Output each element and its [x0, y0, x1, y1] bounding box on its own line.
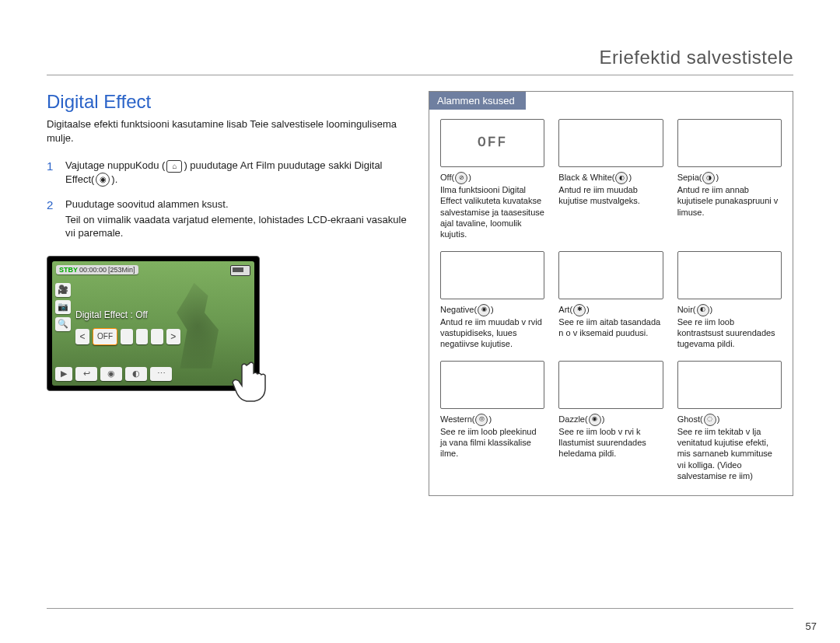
zoom-icon[interactable]: 🔍	[55, 317, 71, 331]
option-glyph-icon: ◑	[702, 172, 715, 184]
right-column: Alammen ksused OFFOff(⊘)Ilma funktsiooni…	[429, 91, 793, 496]
option-art: Art(✱)See re iim aitab tasandada n o v i…	[558, 251, 663, 350]
next-arrow[interactable]: >	[166, 329, 180, 344]
time-label: 00:00:00	[79, 266, 107, 274]
bottom-row: ↩ ◉ ◐ ⋯	[75, 367, 172, 381]
option-desc: Antud re iim muudab kujutise mustvalgeks…	[558, 185, 640, 205]
footer-divider	[47, 608, 793, 609]
option-glyph-icon: ◐	[697, 304, 709, 316]
option-desc: See re iim tekitab v lja venitatud kujut…	[677, 427, 772, 481]
option-negative: Negative(◉)Antud re iim muudab v rvid va…	[440, 251, 544, 350]
option-title: Black & White(◐)	[558, 173, 632, 182]
divider	[47, 75, 793, 75]
option-glyph-icon: ◌	[704, 414, 716, 426]
left-column: Digital Effect Digitaalse efekti funktsi…	[47, 91, 410, 496]
option-desc: See re iim loob pleekinud ja vana filmi …	[440, 427, 537, 459]
option-title: Sepia(◑)	[677, 173, 719, 182]
option-glyph-icon: ◎	[475, 414, 488, 426]
touch-hand-icon	[229, 358, 276, 407]
device-screen: STBY 00:00:00 [253Min] 🎥 📷 🔍 ▶ Digital E…	[52, 261, 254, 386]
option-desc: Antud re iim annab kujutisele punakaspru…	[677, 185, 779, 217]
option-title: Ghost(◌)	[677, 414, 720, 424]
option-dazzle: Dazzle(◉)See re iim loob v rvi k llastum…	[558, 361, 663, 482]
option-thumb	[677, 251, 782, 299]
step-2: Puudutage soovitud alammen ksust. Teil o…	[47, 197, 410, 240]
photo-mode-icon[interactable]: 📷	[55, 300, 71, 314]
bottom-btn-4[interactable]: ⋯	[150, 367, 172, 381]
option-western: Western(◎)See re iim loob pleekinud ja v…	[440, 361, 544, 482]
option-desc: See re iim loob v rvi k llastumist suure…	[558, 427, 646, 459]
option-desc: See re iim loob kontrastsust suurendades…	[677, 317, 775, 349]
bottom-btn-2[interactable]: ◉	[100, 367, 122, 381]
play-icon[interactable]: ▶	[55, 367, 72, 381]
stby-label: STBY	[59, 266, 78, 274]
option-black-white: Black & White(◐)Antud re iim muudab kuju…	[558, 119, 663, 240]
option-glyph-icon: ◉	[589, 414, 601, 426]
step-1: Vajutage nuppuKodu (⌂) puudutage Art Fil…	[47, 159, 410, 187]
option-thumb	[558, 119, 663, 167]
step-2-text-a: Puudutage soovitud alammen ksust.	[65, 198, 229, 210]
step-1-text-a: Vajutage nuppuKodu (	[65, 159, 165, 171]
home-icon: ⌂	[166, 160, 182, 173]
section-title: Digital Effect	[47, 91, 410, 113]
option-glyph-icon: ✱	[573, 304, 586, 316]
option-glyph-icon: ◐	[615, 172, 628, 184]
option-off: OFFOff(⊘)Ilma funktsiooni Digital Effect…	[440, 119, 544, 240]
prev-arrow[interactable]: <	[75, 329, 89, 344]
option-thumb	[440, 361, 544, 409]
option-noir: Noir(◐)See re iim loob kontrastsust suur…	[677, 251, 782, 350]
steps-list: Vajutage nuppuKodu (⌂) puudutage Art Fil…	[47, 159, 410, 240]
option-title: Off(⊘)	[440, 173, 471, 182]
option-thumb	[558, 361, 663, 409]
option-title: Dazzle(◉)	[558, 414, 604, 424]
manual-page: Eriefektid salvestistele Digital Effect …	[0, 0, 840, 643]
chapter-title: Eriefektid salvestistele	[47, 47, 793, 68]
effect-chip-3[interactable]	[151, 329, 163, 344]
effect-line-label: Digital Effect : Off	[75, 309, 148, 320]
effect-chip-off[interactable]: OFF	[93, 328, 117, 345]
option-title: Negative(◉)	[440, 305, 494, 314]
option-title: Art(✱)	[558, 305, 589, 314]
bottom-btn-3[interactable]: ◐	[125, 367, 147, 381]
effect-chip-1[interactable]	[121, 329, 133, 344]
option-thumb	[440, 251, 544, 299]
option-desc: See re iim aitab tasandada n o v iksemai…	[558, 317, 660, 337]
battery-icon	[230, 265, 250, 276]
option-title: Noir(◐)	[677, 305, 713, 314]
option-ghost: Ghost(◌)See re iim tekitab v lja venitat…	[677, 361, 782, 482]
option-title: Western(◎)	[440, 414, 492, 424]
option-desc: Ilma funktsiooni Digital Effect valikute…	[440, 185, 544, 239]
step-2-text-b: Teil on vıimalik vaadata varjatud elemen…	[65, 213, 410, 240]
option-sepia: Sepia(◑)Antud re iim annab kujutisele pu…	[677, 119, 782, 240]
effect-chip-2[interactable]	[136, 329, 149, 344]
option-glyph-icon: ⊘	[455, 172, 467, 184]
page-number: 57	[806, 620, 817, 632]
option-glyph-icon: ◉	[478, 304, 490, 316]
intro-text: Digitaalse efekti funktsiooni kasutamine…	[47, 117, 410, 145]
side-icons: 🎥 📷 🔍	[55, 283, 71, 331]
device-mockup: STBY 00:00:00 [253Min] 🎥 📷 🔍 ▶ Digital E…	[47, 256, 260, 391]
bottom-btn-1[interactable]: ↩	[75, 367, 97, 381]
options-grid: OFFOff(⊘)Ilma funktsiooni Digital Effect…	[429, 110, 793, 487]
option-thumb: OFF	[440, 119, 544, 167]
submenu-heading: Alammen ksused	[429, 92, 526, 110]
option-thumb	[558, 251, 663, 299]
option-thumb	[677, 119, 782, 167]
silhouette	[163, 283, 233, 369]
effect-icon: ◉	[96, 173, 110, 187]
step-1-text-c: ).	[111, 173, 117, 185]
option-desc: Antud re iim muudab v rvid vastupidiseks…	[440, 317, 542, 349]
effects-carousel: < OFF >	[75, 328, 180, 345]
content-columns: Digital Effect Digitaalse efekti funktsi…	[47, 91, 793, 496]
status-pill: STBY 00:00:00 [253Min]	[56, 265, 138, 274]
option-thumb	[677, 361, 782, 409]
video-mode-icon[interactable]: 🎥	[55, 283, 71, 297]
remain-label: [253Min]	[108, 266, 135, 274]
